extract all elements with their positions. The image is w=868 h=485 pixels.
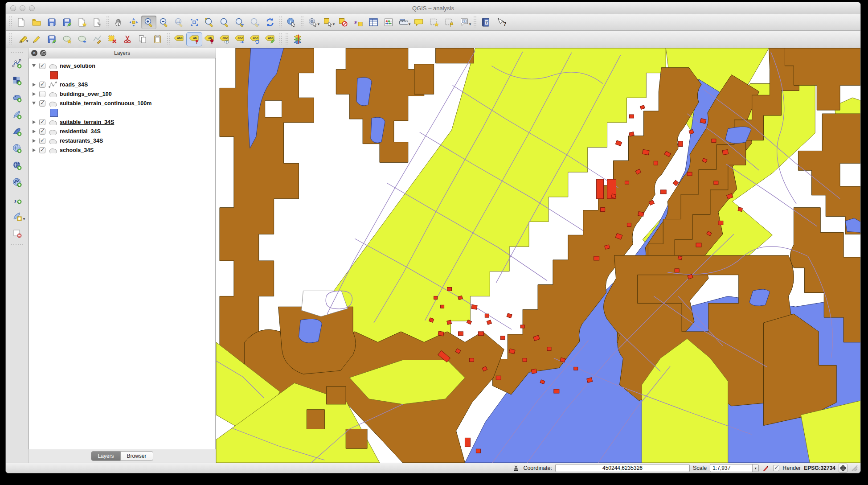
text-annotation-button[interactable]: T▼ xyxy=(457,16,472,29)
pin-labels-button[interactable]: ab xyxy=(187,33,202,46)
expander-icon[interactable] xyxy=(31,64,37,67)
toolbar-handle[interactable] xyxy=(167,33,170,45)
toolbar-handle[interactable] xyxy=(106,16,110,28)
toolbar-handle[interactable] xyxy=(9,33,12,45)
help-contents-button[interactable]: ? xyxy=(478,16,493,29)
new-print-composer-button[interactable] xyxy=(74,16,90,29)
dropdown-caret-icon[interactable]: ▼ xyxy=(25,39,29,43)
toolbar-handle[interactable] xyxy=(279,16,283,28)
expander-icon[interactable] xyxy=(31,139,37,143)
save-layer-edits-button[interactable] xyxy=(44,33,59,46)
resize-grip-icon[interactable] xyxy=(852,465,858,471)
dropdown-caret-icon[interactable]: ▼ xyxy=(408,22,411,26)
dropdown-caret-icon[interactable]: ▼ xyxy=(468,22,472,26)
layer-item-buildings_over_100[interactable]: buildings_over_100 xyxy=(31,89,215,99)
save-project-button[interactable] xyxy=(44,16,59,29)
expander-icon[interactable] xyxy=(31,92,37,96)
paste-features-button[interactable] xyxy=(150,33,165,46)
show-hidden-labels-button[interactable]: abc xyxy=(217,33,232,46)
copy-features-button[interactable] xyxy=(135,33,150,46)
deselect-features-button[interactable] xyxy=(336,16,351,29)
title-bar[interactable]: QGIS – analysis xyxy=(6,2,860,14)
window-minimize-button[interactable] xyxy=(20,5,25,11)
node-tool-button[interactable] xyxy=(90,33,105,46)
window-zoom-button[interactable] xyxy=(29,5,35,11)
magnifier-lock-icon[interactable] xyxy=(762,464,770,472)
move-feature-button[interactable] xyxy=(74,33,90,46)
layer-visibility-checkbox[interactable] xyxy=(39,138,45,144)
legend-color-swatch[interactable] xyxy=(50,71,58,79)
move-label-button[interactable]: abc xyxy=(232,33,247,46)
toolbar-handle[interactable] xyxy=(11,51,23,54)
add-delimited-text-layer-button[interactable]: , xyxy=(8,192,26,207)
add-feature-button[interactable] xyxy=(59,33,74,46)
select-by-expression-button[interactable]: ε xyxy=(351,16,366,29)
expander-icon[interactable] xyxy=(31,130,37,133)
add-postgis-layer-button[interactable] xyxy=(8,90,26,105)
layer-labeling-options-button[interactable]: abc xyxy=(172,33,187,46)
change-label-button[interactable]: abc xyxy=(262,33,278,46)
save-project-as-button[interactable] xyxy=(59,16,74,29)
highlight-pinned-labels-button[interactable]: ab xyxy=(202,33,217,46)
layer-item-roads_34S[interactable]: roads_34S xyxy=(31,80,215,89)
layer-item-residential_34S[interactable]: residential_34S xyxy=(31,127,215,136)
layer-item-restaurants_34S[interactable]: restaurants_34S xyxy=(31,136,215,145)
add-spatialite-layer-button[interactable] xyxy=(8,107,26,122)
expander-icon[interactable] xyxy=(31,120,37,124)
render-checkbox[interactable] xyxy=(773,465,779,471)
map-tips-button[interactable] xyxy=(411,16,426,29)
plugin-layers-button[interactable] xyxy=(290,33,305,46)
composer-manager-button[interactable] xyxy=(90,16,105,29)
layer-item-new_solution[interactable]: new_solution xyxy=(31,61,215,70)
whats-this-button[interactable]: ? xyxy=(493,16,508,29)
new-bookmark-button[interactable] xyxy=(426,16,442,29)
layer-item-schools_34S[interactable]: schools_34S xyxy=(31,145,215,155)
scale-combo[interactable]: 1:7,937 ▼ xyxy=(710,464,759,472)
crs-status-icon[interactable] xyxy=(839,464,848,473)
open-attribute-table-button[interactable] xyxy=(366,16,381,29)
zoom-actual-size-button[interactable]: 1:1 xyxy=(172,16,187,29)
panel-tab-browser[interactable]: Browser xyxy=(121,451,153,461)
add-wms-layer-button[interactable] xyxy=(8,141,26,156)
zoom-in-button[interactable] xyxy=(141,16,156,29)
current-edits-button[interactable]: ▼ xyxy=(14,33,29,46)
toolbar-handle[interactable] xyxy=(300,16,304,28)
zoom-to-layer-button[interactable] xyxy=(217,16,232,29)
scale-dropdown-icon[interactable]: ▼ xyxy=(752,464,758,472)
add-wcs-layer-button[interactable] xyxy=(8,158,26,173)
select-features-button[interactable]: ▼ xyxy=(320,16,336,29)
show-bookmarks-button[interactable] xyxy=(442,16,457,29)
add-mssql-layer-button[interactable] xyxy=(8,124,26,139)
dropdown-caret-icon[interactable]: ▼ xyxy=(332,22,336,26)
expander-icon[interactable] xyxy=(31,148,37,152)
zoom-to-selection-button[interactable] xyxy=(202,16,217,29)
layer-visibility-checkbox[interactable] xyxy=(39,119,45,125)
layer-visibility-checkbox[interactable] xyxy=(39,63,45,69)
zoom-out-button[interactable] xyxy=(156,16,172,29)
toggle-editing-button[interactable] xyxy=(29,33,44,46)
coordinate-input[interactable] xyxy=(555,464,690,472)
delete-selected-button[interactable] xyxy=(105,33,120,46)
layer-visibility-checkbox[interactable] xyxy=(39,147,45,153)
pan-to-selection-button[interactable] xyxy=(126,16,141,29)
toolbar-handle[interactable] xyxy=(473,16,477,28)
float-panel-icon[interactable] xyxy=(40,50,46,56)
new-project-button[interactable] xyxy=(14,16,29,29)
expander-icon[interactable] xyxy=(31,102,37,105)
zoom-last-button[interactable] xyxy=(232,16,247,29)
close-panel-icon[interactable]: ✕ xyxy=(31,50,37,56)
layer-visibility-checkbox[interactable] xyxy=(39,100,45,107)
layer-visibility-checkbox[interactable] xyxy=(39,82,45,88)
measure-line-button[interactable]: ▼ xyxy=(396,16,411,29)
add-wfs-layer-button[interactable] xyxy=(8,175,26,190)
panel-tab-layers[interactable]: Layers xyxy=(91,451,120,461)
layer-visibility-checkbox[interactable] xyxy=(39,128,45,135)
pan-map-button[interactable] xyxy=(111,16,126,29)
map-svg[interactable] xyxy=(216,48,860,463)
statistical-summary-button[interactable] xyxy=(381,16,396,29)
new-spatialite-layer-button[interactable]: ▼ xyxy=(8,209,26,224)
identify-features-button[interactable]: i xyxy=(284,16,299,29)
dropdown-caret-icon[interactable]: ▼ xyxy=(22,217,26,221)
rotate-label-button[interactable]: abc xyxy=(247,33,262,46)
new-shapefile-layer-button[interactable] xyxy=(8,226,26,241)
